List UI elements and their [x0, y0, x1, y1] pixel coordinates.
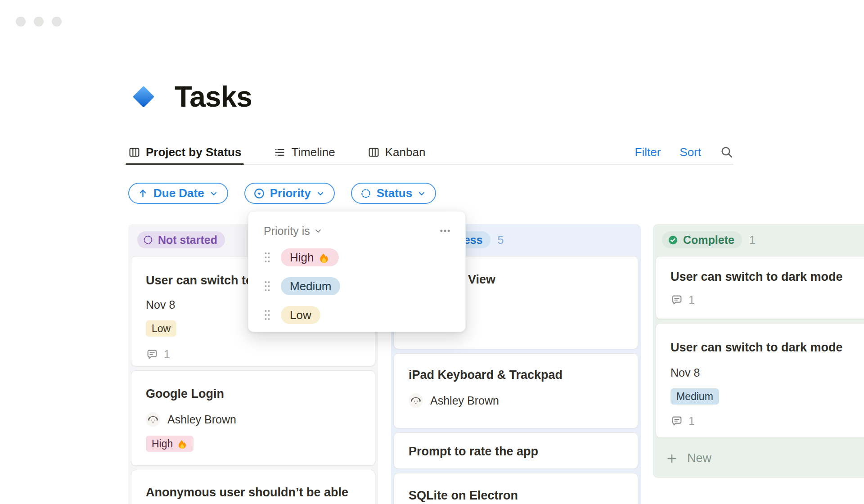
- add-new-card-button[interactable]: New: [656, 442, 864, 475]
- comment-count: 1: [688, 293, 695, 306]
- task-title: Google Login: [146, 371, 360, 401]
- task-card[interactable]: Google Login Ashley Brown High: [131, 370, 375, 466]
- priority-filter-chip[interactable]: Priority: [244, 183, 335, 204]
- comment-icon: [670, 415, 683, 428]
- page-header: Tasks: [130, 80, 252, 113]
- dropdown-title-text: Priority is: [264, 225, 310, 238]
- assignee-row: Ashley Brown: [146, 412, 360, 427]
- tab-kanban[interactable]: Kanban: [368, 140, 426, 164]
- timeline-icon: [274, 146, 286, 158]
- chevron-down-icon: [417, 189, 426, 198]
- status-badge-label: Not started: [158, 234, 217, 247]
- comment-count: 1: [164, 348, 170, 361]
- due-date-filter-chip[interactable]: Due Date: [128, 183, 228, 204]
- task-card[interactable]: User can switch to dark mode Nov 8 Mediu…: [656, 323, 864, 438]
- task-card[interactable]: iPad Keyboard & Trackpad Ashley Brown: [394, 353, 638, 428]
- board-column-complete: Complete 1 User can switch to dark mode …: [653, 224, 864, 478]
- option-label: Low: [281, 306, 320, 324]
- status-badge[interactable]: Not started: [137, 231, 225, 248]
- priority-tag-low: Low: [146, 320, 176, 337]
- tab-timeline[interactable]: Timeline: [274, 140, 335, 164]
- window-dot-icon[interactable]: [52, 17, 62, 27]
- comment-icon: [146, 348, 158, 361]
- tab-label: Timeline: [291, 145, 335, 159]
- avatar: [146, 412, 160, 427]
- fire-icon: [177, 438, 188, 449]
- sort-button[interactable]: Sort: [680, 145, 701, 159]
- comment-indicator: 1: [670, 414, 864, 428]
- board-icon: [128, 146, 140, 158]
- task-card[interactable]: SQLite on Electron: [394, 473, 638, 504]
- chevron-down-icon: [316, 189, 325, 198]
- app-window: Tasks Project by Status Timeline Kanban …: [0, 0, 864, 504]
- status-burst-icon: [360, 188, 372, 199]
- tag-label: High: [152, 438, 173, 450]
- fire-icon: [318, 252, 330, 263]
- status-badge[interactable]: Complete: [662, 231, 742, 248]
- task-title: Anonymous user shouldn’t be able: [146, 470, 360, 500]
- column-count: 1: [749, 234, 756, 247]
- tab-label: Project by Status: [146, 145, 241, 159]
- task-title: Prompt to rate the app: [409, 433, 623, 459]
- search-icon[interactable]: [720, 145, 734, 159]
- board-icon: [368, 146, 380, 158]
- priority-option-high[interactable]: High: [264, 248, 452, 266]
- dropdown-header: Priority is: [264, 224, 452, 238]
- status-filter-chip[interactable]: Status: [351, 183, 436, 204]
- drag-handle-icon[interactable]: [264, 252, 271, 263]
- priority-option-low[interactable]: Low: [264, 306, 452, 324]
- comment-indicator: 1: [670, 293, 864, 306]
- view-tabs: Project by Status Timeline Kanban Filter…: [128, 140, 734, 165]
- option-label: Medium: [281, 277, 340, 295]
- window-controls: [16, 17, 62, 27]
- priority-tag-medium: Medium: [670, 388, 719, 405]
- filter-button[interactable]: Filter: [635, 145, 661, 159]
- add-new-label: New: [687, 451, 711, 465]
- priority-circle-icon: [253, 188, 265, 199]
- task-title: User can switch to dark mode: [670, 256, 864, 284]
- task-card[interactable]: Prompt to rate the app: [394, 432, 638, 469]
- chip-label: Due Date: [153, 186, 204, 200]
- plus-icon: [666, 452, 678, 465]
- blue-diamond-icon: [130, 83, 158, 111]
- avatar: [409, 393, 423, 408]
- drag-handle-icon[interactable]: [264, 280, 271, 292]
- priority-tag-high: High: [146, 436, 194, 452]
- arrow-up-icon: [137, 188, 148, 199]
- priority-filter-dropdown: Priority is High: [248, 211, 466, 332]
- page-title: Tasks: [175, 80, 252, 113]
- task-title: SQLite on Electron: [409, 473, 623, 503]
- assignee-name: Ashley Brown: [430, 394, 499, 407]
- filter-chip-bar: Due Date Priority Status: [128, 183, 436, 204]
- task-card[interactable]: User can switch to dark mode 1: [656, 256, 864, 319]
- check-circle-icon: [667, 234, 679, 246]
- option-label: High: [290, 251, 314, 265]
- task-title: iPad Keyboard & Trackpad: [409, 354, 623, 382]
- task-card[interactable]: Anonymous user shouldn’t be able: [131, 470, 375, 504]
- chip-label: Priority: [270, 186, 311, 200]
- drag-handle-icon[interactable]: [264, 309, 271, 321]
- chevron-down-icon: [314, 226, 323, 235]
- task-due-date: Nov 8: [670, 366, 864, 379]
- ellipsis-icon[interactable]: [438, 224, 452, 238]
- column-count: 5: [498, 234, 504, 247]
- window-dot-icon[interactable]: [34, 17, 44, 27]
- status-badge-label: Complete: [683, 234, 734, 247]
- dashed-circle-icon: [143, 234, 153, 245]
- tab-label: Kanban: [385, 145, 426, 159]
- assignee-row: Ashley Brown: [409, 393, 623, 408]
- chip-label: Status: [377, 186, 412, 200]
- tab-project-by-status[interactable]: Project by Status: [128, 140, 241, 164]
- comment-indicator: 1: [146, 348, 360, 361]
- task-title: User can switch to dark mode: [670, 324, 864, 355]
- dropdown-title[interactable]: Priority is: [264, 225, 323, 238]
- view-actions: Filter Sort: [635, 145, 734, 159]
- comment-icon: [670, 294, 683, 306]
- priority-option-medium[interactable]: Medium: [264, 277, 452, 295]
- column-header: Complete 1: [656, 224, 864, 256]
- comment-count: 1: [688, 414, 695, 428]
- chevron-down-icon: [209, 189, 218, 198]
- window-dot-icon[interactable]: [16, 17, 26, 27]
- assignee-name: Ashley Brown: [167, 413, 236, 426]
